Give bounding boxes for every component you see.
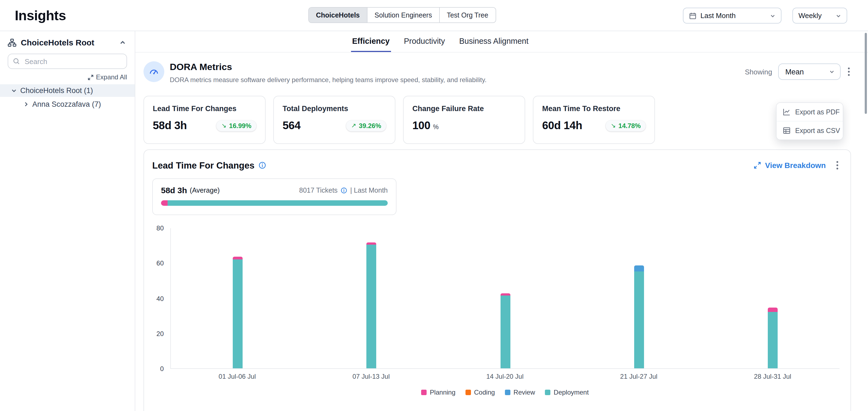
bar-segment-deployment[interactable] xyxy=(233,260,243,368)
x-axis: 01 Jul-06 Jul07 Jul-13 Jul14 Jul-20 Jul2… xyxy=(170,369,839,385)
granularity-select[interactable]: Weekly xyxy=(793,8,847,24)
chevron-down-icon[interactable] xyxy=(11,88,17,94)
trend-down-arrow-icon: ↘ xyxy=(221,123,226,129)
x-axis-label: 28 Jul-31 Jul xyxy=(706,369,839,385)
export-csv-menu-item[interactable]: Export as CSV xyxy=(777,121,843,140)
y-tick-label: 40 xyxy=(156,295,164,302)
tab-efficiency[interactable]: Efficiency xyxy=(351,31,391,52)
expand-all-label: Expand All xyxy=(96,73,127,81)
info-icon[interactable] xyxy=(258,162,266,169)
lead-time-chart: 020406080 01 Jul-06 Jul07 Jul-13 Jul14 J… xyxy=(152,228,839,396)
export-menu: Export as PDF Export as CSV xyxy=(776,102,843,140)
metric-cards-row: Lead Time For Changes 58d 3h ↘ 16.99% To… xyxy=(144,96,851,144)
legend-item-coding[interactable]: Coding xyxy=(465,388,495,396)
delta-value: 39.26% xyxy=(359,122,381,130)
metric-title: Change Failure Rate xyxy=(412,105,516,113)
bar-group[interactable] xyxy=(706,228,839,368)
org-icon xyxy=(8,38,17,47)
legend-swatch xyxy=(465,390,471,395)
metric-card-lead-time: Lead Time For Changes 58d 3h ↘ 16.99% xyxy=(144,96,266,144)
x-axis-label: 21 Jul-27 Jul xyxy=(572,369,706,385)
lead-time-section: Lead Time For Changes xyxy=(144,149,851,411)
bar-group[interactable] xyxy=(438,228,572,368)
mini-bar-segment-planning xyxy=(161,200,168,206)
export-pdf-menu-item[interactable]: Export as PDF xyxy=(777,103,843,121)
org-tree-sidebar: ChoiceHotels Root Expand All xyxy=(0,31,135,411)
average-label: (Average) xyxy=(190,186,220,194)
showing-label: Showing xyxy=(745,68,772,76)
dora-metrics-icon xyxy=(144,61,164,82)
scrollbar-thumb[interactable] xyxy=(865,33,867,114)
date-range-select[interactable]: Last Month xyxy=(683,8,781,24)
table-icon xyxy=(782,127,791,135)
aggregation-select[interactable]: Mean xyxy=(778,64,841,80)
metric-unit: % xyxy=(433,124,439,130)
org-tab-solution-engineers[interactable]: Solution Engineers xyxy=(368,8,440,23)
main-panel: Efficiency Productivity Business Alignme… xyxy=(135,31,868,411)
sidebar-collapse-button[interactable] xyxy=(118,38,127,47)
sidebar-header: ChoiceHotels Root xyxy=(0,31,135,53)
tab-business-alignment[interactable]: Business Alignment xyxy=(458,31,530,52)
legend-label: Deployment xyxy=(554,388,589,396)
tree-item-label: ChoiceHotels Root (1) xyxy=(20,87,93,95)
legend-label: Planning xyxy=(430,388,455,396)
legend-item-deployment[interactable]: Deployment xyxy=(545,388,589,396)
legend-label: Review xyxy=(514,388,535,396)
period-label: | Last Month xyxy=(350,186,388,194)
expand-all-button[interactable]: Expand All xyxy=(0,73,127,81)
metric-title: Mean Time To Restore xyxy=(542,105,646,113)
tab-productivity[interactable]: Productivity xyxy=(403,31,446,52)
x-axis-label: 01 Jul-06 Jul xyxy=(170,369,304,385)
export-pdf-label: Export as PDF xyxy=(795,108,840,116)
legend-item-review[interactable]: Review xyxy=(505,388,535,396)
bar-group[interactable] xyxy=(572,228,706,368)
average-value: 58d 3h xyxy=(161,185,187,195)
export-csv-label: Export as CSV xyxy=(795,127,840,134)
bar-segment-deployment[interactable] xyxy=(500,295,510,368)
legend-item-planning[interactable]: Planning xyxy=(421,388,455,396)
metric-value: 564 xyxy=(283,119,301,132)
view-breakdown-button[interactable]: View Breakdown xyxy=(753,161,826,170)
metric-value: 58d 3h xyxy=(153,119,187,132)
dora-title: DORA Metrics xyxy=(170,62,487,73)
bar-segment-planning[interactable] xyxy=(768,308,778,312)
date-range-value: Last Month xyxy=(701,11,736,20)
org-tab-choicehotels[interactable]: ChoiceHotels xyxy=(309,8,368,23)
metric-value: 100 xyxy=(412,119,430,132)
tree-item-anna-scozzafava[interactable]: Anna Scozzafava (7) xyxy=(0,98,135,110)
bar-segment-deployment[interactable] xyxy=(768,312,778,368)
expand-icon xyxy=(753,162,761,169)
section-title: Lead Time For Changes xyxy=(152,160,255,170)
chevron-right-icon[interactable] xyxy=(23,101,29,107)
y-tick-label: 0 xyxy=(160,365,164,373)
metric-title: Total Deployments xyxy=(283,105,386,113)
bar-segment-deployment[interactable] xyxy=(367,244,376,368)
section-kebab-menu-button[interactable] xyxy=(835,160,839,171)
info-icon[interactable] xyxy=(341,187,347,194)
bar-group[interactable] xyxy=(305,228,438,368)
legend-swatch xyxy=(505,390,510,395)
org-tab-test-org-tree[interactable]: Test Org Tree xyxy=(440,8,495,23)
insights-app: Insights ChoiceHotels Solution Engineers… xyxy=(0,0,868,411)
search-input[interactable] xyxy=(8,54,127,69)
bar-segment-review[interactable] xyxy=(634,266,644,271)
top-bar: Insights ChoiceHotels Solution Engineers… xyxy=(0,0,868,31)
bar-group[interactable] xyxy=(171,228,305,368)
sidebar-search xyxy=(8,54,127,69)
metric-value: 60d 14h xyxy=(542,119,582,132)
tree-item-choicehotels-root[interactable]: ChoiceHotels Root (1) xyxy=(0,84,135,97)
bar-segment-deployment[interactable] xyxy=(634,272,644,368)
delta-value: 16.99% xyxy=(229,122,251,130)
search-icon xyxy=(12,58,20,65)
chevron-down-icon xyxy=(829,69,835,74)
dora-kebab-menu-button[interactable] xyxy=(847,66,851,77)
granularity-value: Weekly xyxy=(799,11,822,20)
chevron-down-icon xyxy=(770,13,775,18)
mini-bar-segment-deployment xyxy=(168,200,388,206)
bar-segment-planning[interactable] xyxy=(233,257,243,260)
view-breakdown-label: View Breakdown xyxy=(765,161,826,170)
metric-title: Lead Time For Changes xyxy=(153,105,256,113)
delta-badge: ↘ 14.78% xyxy=(606,120,646,131)
delta-value: 14.78% xyxy=(619,122,641,130)
calendar-icon xyxy=(689,12,696,20)
